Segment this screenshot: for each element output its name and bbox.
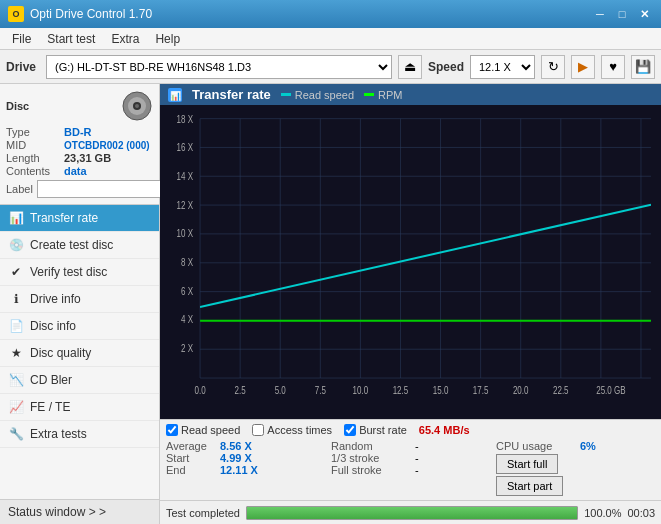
status-window-button[interactable]: Status window > > [0, 499, 159, 524]
read-speed-checkbox-label[interactable]: Read speed [166, 424, 240, 436]
svg-text:2.5: 2.5 [235, 384, 246, 397]
chart-area: 18 X 16 X 14 X 12 X 10 X 8 X 6 X 4 X 2 X… [160, 105, 661, 419]
minimize-button[interactable]: ─ [591, 5, 609, 23]
main-content: 📊 Transfer rate Read speed RPM [160, 84, 661, 524]
nav-drive-info[interactable]: ℹ Drive info [0, 286, 159, 313]
stroke-1-3-row: 1/3 stroke - [331, 452, 490, 464]
svg-text:10.0: 10.0 [353, 384, 369, 397]
save-button[interactable]: 💾 [631, 55, 655, 79]
nav-cd-bler[interactable]: 📉 CD Bler [0, 367, 159, 394]
menu-file[interactable]: File [4, 30, 39, 48]
chart-icon: 📊 [168, 88, 182, 102]
progress-bar [246, 506, 578, 520]
chart-header: 📊 Transfer rate Read speed RPM [160, 84, 661, 105]
extra-tests-icon: 🔧 [8, 426, 24, 442]
start-label: Start [166, 452, 216, 464]
mid-value: OTCBDR002 (000) [64, 140, 150, 151]
cd-bler-icon: 📉 [8, 372, 24, 388]
menu-start-test[interactable]: Start test [39, 30, 103, 48]
svg-text:2 X: 2 X [181, 342, 194, 355]
refresh-button[interactable]: ↻ [541, 55, 565, 79]
svg-rect-6 [160, 105, 661, 419]
cpu-usage-row: CPU usage 6% [496, 440, 655, 452]
speed-label: Speed [428, 60, 464, 74]
favorite-button[interactable]: ♥ [601, 55, 625, 79]
start-full-button[interactable]: Start full [496, 454, 558, 474]
svg-text:5.0: 5.0 [275, 384, 286, 397]
progress-percent: 100.0% [584, 507, 621, 519]
access-times-checkbox[interactable] [252, 424, 264, 436]
svg-text:6 X: 6 X [181, 285, 194, 298]
chart-svg: 18 X 16 X 14 X 12 X 10 X 8 X 6 X 4 X 2 X… [160, 105, 661, 419]
status-text: Test completed [166, 507, 240, 519]
end-label: End [166, 464, 216, 476]
maximize-button[interactable]: □ [613, 5, 631, 23]
eject-button[interactable]: ⏏ [398, 55, 422, 79]
nav-fe-te-label: FE / TE [30, 400, 70, 414]
stroke-1-3-value: - [415, 452, 419, 464]
access-times-checkbox-label[interactable]: Access times [252, 424, 332, 436]
nav-items: 📊 Transfer rate 💿 Create test disc ✔ Ver… [0, 205, 159, 499]
svg-text:7.5: 7.5 [315, 384, 326, 397]
app-icon: O [8, 6, 24, 22]
toolbar: Drive (G:) HL-DT-ST BD-RE WH16NS48 1.D3 … [0, 50, 661, 84]
burst-rate-checkbox[interactable] [344, 424, 356, 436]
progress-bar-fill [247, 507, 577, 519]
svg-text:22.5: 22.5 [553, 384, 569, 397]
drive-select[interactable]: (G:) HL-DT-ST BD-RE WH16NS48 1.D3 [46, 55, 392, 79]
start-part-button[interactable]: Start part [496, 476, 563, 496]
menu-help[interactable]: Help [147, 30, 188, 48]
nav-extra-tests[interactable]: 🔧 Extra tests [0, 421, 159, 448]
status-window-label: Status window > > [8, 505, 106, 519]
average-value: 8.56 X [220, 440, 252, 452]
read-speed-checkbox[interactable] [166, 424, 178, 436]
burst-rate-checkbox-label[interactable]: Burst rate [344, 424, 407, 436]
main-layout: Disc Type BD-R MID OTCBDR002 (000) Lengt… [0, 84, 661, 524]
nav-fe-te[interactable]: 📈 FE / TE [0, 394, 159, 421]
random-label: Random [331, 440, 411, 452]
length-value: 23,31 GB [64, 152, 111, 164]
svg-text:14 X: 14 X [177, 170, 194, 183]
contents-value: data [64, 165, 87, 177]
verify-test-disc-icon: ✔ [8, 264, 24, 280]
full-stroke-value: - [415, 464, 419, 476]
stroke-1-3-label: 1/3 stroke [331, 452, 411, 464]
end-row: End 12.11 X [166, 464, 325, 476]
close-button[interactable]: ✕ [635, 5, 653, 23]
svg-text:10 X: 10 X [177, 227, 194, 240]
svg-text:12.5: 12.5 [393, 384, 409, 397]
disc-icon [121, 90, 153, 122]
svg-text:12 X: 12 X [177, 198, 194, 211]
nav-create-test-disc[interactable]: 💿 Create test disc [0, 232, 159, 259]
stats-right: CPU usage 6% Start full Start part [496, 440, 655, 496]
transfer-rate-icon: 📊 [8, 210, 24, 226]
speed-select[interactable]: 12.1 X Max 8 X 4 X [470, 55, 535, 79]
stats-grid: Average 8.56 X Start 4.99 X End 12.11 X … [166, 440, 655, 496]
start-value: 4.99 X [220, 452, 252, 464]
nav-verify-test-disc[interactable]: ✔ Verify test disc [0, 259, 159, 286]
nav-transfer-rate[interactable]: 📊 Transfer rate [0, 205, 159, 232]
play-button[interactable]: ▶ [571, 55, 595, 79]
nav-disc-info[interactable]: 📄 Disc info [0, 313, 159, 340]
menu-extra[interactable]: Extra [103, 30, 147, 48]
svg-text:15.0: 15.0 [433, 384, 449, 397]
full-stroke-label: Full stroke [331, 464, 411, 476]
disc-info-icon: 📄 [8, 318, 24, 334]
average-label: Average [166, 440, 216, 452]
legend-row: Read speed Access times Burst rate 65.4 … [166, 424, 655, 436]
average-row: Average 8.56 X [166, 440, 325, 452]
rpm-legend-dot [364, 93, 374, 96]
app-title: Opti Drive Control 1.70 [30, 7, 152, 21]
type-label: Type [6, 126, 64, 138]
nav-disc-quality[interactable]: ★ Disc quality [0, 340, 159, 367]
title-bar: O Opti Drive Control 1.70 ─ □ ✕ [0, 0, 661, 28]
cpu-usage-value: 6% [580, 440, 596, 452]
access-times-checkbox-text: Access times [267, 424, 332, 436]
label-label: Label [6, 183, 33, 195]
random-value: - [415, 440, 419, 452]
sidebar: Disc Type BD-R MID OTCBDR002 (000) Lengt… [0, 84, 160, 524]
nav-cd-bler-label: CD Bler [30, 373, 72, 387]
read-speed-legend-label: Read speed [295, 89, 354, 101]
svg-text:20.0: 20.0 [513, 384, 529, 397]
drive-info-icon: ℹ [8, 291, 24, 307]
